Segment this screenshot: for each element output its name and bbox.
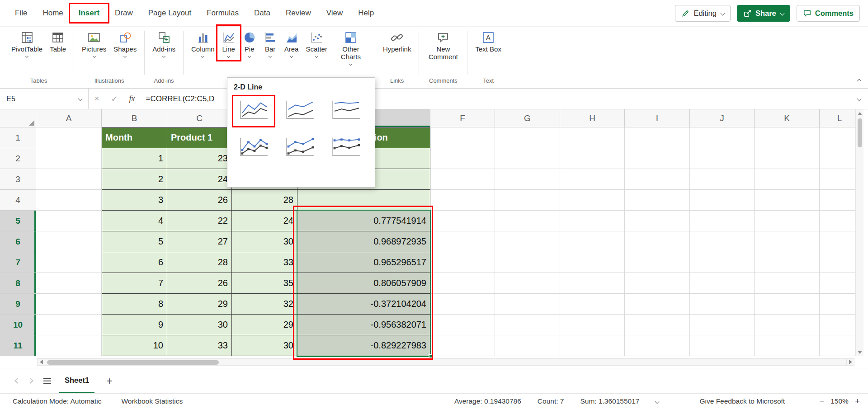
cell-I6[interactable]: [625, 231, 690, 252]
cell-G5[interactable]: [495, 211, 560, 231]
menu-item-help[interactable]: Help: [350, 5, 382, 21]
status-count[interactable]: Count: 7: [538, 397, 564, 405]
fill-handle[interactable]: [429, 354, 433, 358]
cell-I9[interactable]: [625, 294, 690, 315]
status-sum[interactable]: Sum: 1.360155017: [580, 397, 639, 405]
menu-item-insert[interactable]: Insert: [71, 5, 107, 21]
aggregate-options-button chevron-down-icon[interactable]: [655, 399, 660, 404]
name-box[interactable]: E5: [0, 89, 89, 109]
cell-K5[interactable]: [755, 211, 820, 231]
chart-option-line-100-stacked-markers[interactable]: [326, 134, 366, 163]
cell-K11[interactable]: [755, 335, 820, 356]
cell-L9[interactable]: [820, 294, 860, 315]
cell-I1[interactable]: [625, 127, 690, 148]
cell-H3[interactable]: [560, 169, 625, 190]
select-all-corner[interactable]: [0, 109, 36, 127]
add-sheet-button plus-icon[interactable]: +: [106, 376, 113, 386]
cell-K7[interactable]: [755, 252, 820, 273]
chart-option-line-chart[interactable]: [234, 97, 274, 126]
cell-J11[interactable]: [690, 335, 755, 356]
cell-H7[interactable]: [560, 252, 625, 273]
menu-item-formulas[interactable]: Formulas: [199, 5, 246, 21]
cell-D8[interactable]: 35: [232, 273, 297, 294]
cell-L7[interactable]: [820, 252, 860, 273]
comments-button[interactable]: Comments: [797, 5, 860, 22]
workbook-stats-button[interactable]: Workbook Statistics: [121, 397, 183, 405]
row-header-4[interactable]: 4: [0, 190, 36, 211]
column-header-K[interactable]: K: [755, 109, 820, 127]
cell-I7[interactable]: [625, 252, 690, 273]
status-average[interactable]: Average: 0.19430786: [454, 397, 521, 405]
cell-A1[interactable]: [36, 127, 102, 148]
cell-A5[interactable]: [36, 211, 102, 231]
cell-J3[interactable]: [690, 169, 755, 190]
cell-L1[interactable]: [820, 127, 860, 148]
cell-H9[interactable]: [560, 294, 625, 315]
cell-C9[interactable]: 29: [167, 294, 232, 315]
cell-B11[interactable]: 10: [102, 335, 167, 356]
cell-C1[interactable]: Product 1: [167, 127, 232, 148]
cell-J2[interactable]: [690, 148, 755, 169]
cell-C5[interactable]: 22: [167, 211, 232, 231]
cell-I8[interactable]: [625, 273, 690, 294]
editing-mode-button[interactable]: Editing: [675, 5, 730, 22]
cell-H2[interactable]: [560, 148, 625, 169]
zoom-level[interactable]: 150%: [830, 397, 849, 405]
row-header-1[interactable]: 1: [0, 127, 36, 148]
ribbon-button-pictures[interactable]: Pictures: [78, 27, 110, 59]
cell-I5[interactable]: [625, 211, 690, 231]
chart-option-stacked-line-markers[interactable]: [280, 134, 320, 163]
cell-I11[interactable]: [625, 335, 690, 356]
cell-J10[interactable]: [690, 315, 755, 335]
cell-C3[interactable]: 24: [167, 169, 232, 190]
cell-A11[interactable]: [36, 335, 102, 356]
cell-F9[interactable]: [430, 294, 495, 315]
prev-sheet-button[interactable]: [11, 379, 24, 383]
row-header-9[interactable]: 9: [0, 294, 36, 315]
cell-F5[interactable]: [430, 211, 495, 231]
cell-B8[interactable]: 7: [102, 273, 167, 294]
ribbon-button-other-charts[interactable]: Other Charts: [331, 27, 371, 67]
ribbon-button-table[interactable]: Table: [46, 27, 70, 55]
column-header-H[interactable]: H: [560, 109, 625, 127]
cell-H1[interactable]: [560, 127, 625, 148]
cell-B6[interactable]: 5: [102, 231, 167, 252]
cell-F3[interactable]: [430, 169, 495, 190]
cell-K3[interactable]: [755, 169, 820, 190]
row-header-6[interactable]: 6: [0, 231, 36, 252]
cell-A8[interactable]: [36, 273, 102, 294]
cell-F8[interactable]: [430, 273, 495, 294]
ribbon-button-bar[interactable]: Bar: [260, 27, 281, 59]
cell-B4[interactable]: 3: [102, 190, 167, 211]
cell-A7[interactable]: [36, 252, 102, 273]
scroll-down-button[interactable]: [856, 348, 863, 356]
menu-item-page-layout[interactable]: Page Layout: [141, 5, 199, 21]
scroll-up-button[interactable]: [856, 109, 863, 118]
cell-I10[interactable]: [625, 315, 690, 335]
cell-C2[interactable]: 23: [167, 148, 232, 169]
cell-K8[interactable]: [755, 273, 820, 294]
cell-D4[interactable]: 28: [232, 190, 297, 211]
cell-H8[interactable]: [560, 273, 625, 294]
cell-G2[interactable]: [495, 148, 560, 169]
cell-L10[interactable]: [820, 315, 860, 335]
cell-G9[interactable]: [495, 294, 560, 315]
cell-K10[interactable]: [755, 315, 820, 335]
ribbon-collapse-button chevron-up-icon[interactable]: [857, 79, 862, 84]
cell-F10[interactable]: [430, 315, 495, 335]
cell-A4[interactable]: [36, 190, 102, 211]
cell-K1[interactable]: [755, 127, 820, 148]
vertical-scroll-thumb[interactable]: [858, 118, 862, 147]
cell-L3[interactable]: [820, 169, 860, 190]
column-header-B[interactable]: B: [102, 109, 167, 127]
cell-A2[interactable]: [36, 148, 102, 169]
ribbon-button-hyperlink[interactable]: Hyperlink: [379, 27, 415, 55]
cell-B7[interactable]: 6: [102, 252, 167, 273]
cell-K6[interactable]: [755, 231, 820, 252]
insert-function-icon[interactable]: fx: [124, 94, 141, 103]
cell-I3[interactable]: [625, 169, 690, 190]
cell-G6[interactable]: [495, 231, 560, 252]
cell-L6[interactable]: [820, 231, 860, 252]
row-header-11[interactable]: 11: [0, 335, 36, 356]
chart-option-line-markers[interactable]: [234, 134, 274, 163]
